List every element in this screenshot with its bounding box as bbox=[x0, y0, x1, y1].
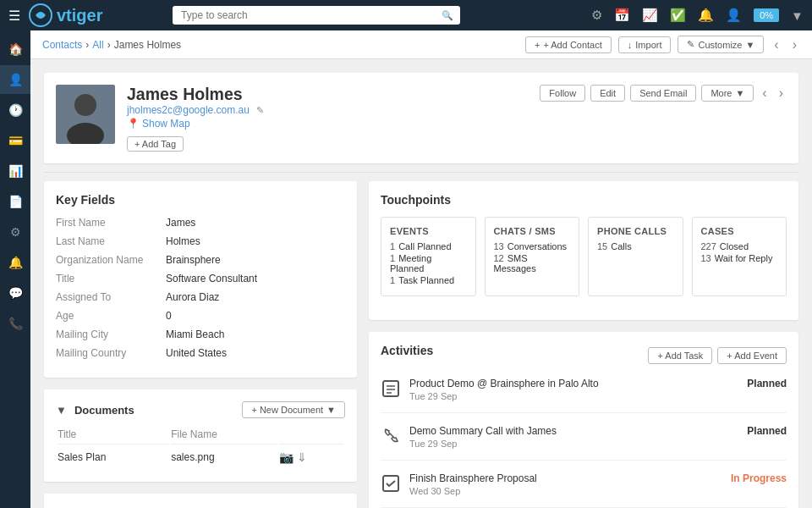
product-tab-icon[interactable]: 📦 bbox=[502, 172, 532, 173]
import-button[interactable]: ↓ Import bbox=[618, 36, 672, 53]
breadcrumb-contacts[interactable]: Contacts bbox=[42, 39, 82, 51]
tp-card-title: PHONE CALLS bbox=[597, 226, 674, 236]
activity-title[interactable]: Demo Summary Call with James bbox=[409, 425, 738, 437]
add-contact-button[interactable]: + + Add Contact bbox=[525, 36, 612, 53]
sidebar-item-notifications[interactable]: 🔔 bbox=[0, 248, 30, 277]
megaphone-tab-icon[interactable]: 📣 bbox=[562, 172, 593, 173]
field-row: Last NameHolmes bbox=[56, 235, 345, 247]
edit-button[interactable]: Edit bbox=[590, 85, 625, 102]
contact-header: James Holmes jholmes2c@google.com.au ✎ 📍… bbox=[44, 73, 798, 163]
doc-actions[interactable]: 📷 ⇓ bbox=[279, 446, 343, 468]
prev-record-button[interactable]: ‹ bbox=[759, 86, 770, 101]
calendar-tab-icon[interactable]: 📅 1 bbox=[386, 172, 416, 173]
breadcrumb-all[interactable]: All bbox=[92, 39, 103, 51]
contact-actions: Follow Edit Send Email More ▼ ‹ › bbox=[540, 85, 787, 102]
bell-icon[interactable]: 🔔 bbox=[698, 8, 714, 23]
touchpoint-card[interactable]: PHONE CALLS15Calls bbox=[588, 217, 683, 296]
documents-section: ▼ Documents + New Document ▼ Ti bbox=[44, 389, 357, 482]
field-label: First Name bbox=[56, 217, 166, 229]
doc-tab-icon[interactable]: 📄 1 bbox=[532, 172, 562, 173]
customize-icon: ✎ bbox=[687, 39, 694, 50]
tab-comments[interactable]: Comments 1 bbox=[269, 172, 365, 173]
edit-email-icon[interactable]: ✎ bbox=[256, 105, 264, 116]
activity-text: Demo Summary Call with James Tue 29 Sep bbox=[409, 425, 738, 449]
email-tab-icon[interactable]: ✉ 1 bbox=[416, 172, 441, 173]
search-input[interactable] bbox=[173, 6, 460, 25]
field-value: Brainsphere bbox=[166, 254, 221, 266]
field-row: Organization NameBrainsphere bbox=[56, 254, 345, 266]
hamburger-menu[interactable]: ☰ bbox=[8, 8, 20, 24]
tab-details[interactable]: Details bbox=[129, 172, 187, 173]
new-document-button[interactable]: + New Document ▼ bbox=[242, 401, 345, 418]
user-icon[interactable]: 👤 bbox=[726, 8, 742, 23]
twitter-icon[interactable]: 𝕣 bbox=[779, 172, 787, 173]
settings-icon[interactable]: ⚙ bbox=[591, 8, 602, 23]
show-map-link[interactable]: 📍 Show Map bbox=[127, 118, 264, 130]
add-event-button[interactable]: + Add Event bbox=[717, 347, 787, 364]
activity-date: Tue 29 Sep bbox=[409, 391, 738, 401]
sidebar-item-config[interactable]: ⚙ bbox=[0, 218, 30, 246]
sidebar-item-messages[interactable]: 💬 bbox=[0, 279, 30, 307]
touchpoint-card[interactable]: CASES227Closed13Wait for Reply bbox=[692, 217, 787, 296]
documents-title: ▼ Documents bbox=[56, 404, 134, 417]
tab-touchpoints[interactable]: Touchpoints bbox=[187, 172, 269, 173]
activity-text: Product Demo @ Brainsphere in Palo Alto … bbox=[409, 378, 738, 401]
calendar-icon[interactable]: 📅 bbox=[614, 8, 630, 23]
sidebar-item-activities[interactable]: 🕐 bbox=[0, 96, 30, 124]
activities-actions: + Add Task + Add Event bbox=[648, 347, 787, 364]
more-nav-icon[interactable]: ▼ bbox=[791, 8, 804, 23]
customize-button[interactable]: ✎ Customize ▼ bbox=[678, 36, 764, 53]
send-email-button[interactable]: Send Email bbox=[630, 85, 696, 102]
contact-tab-icon[interactable]: 👥 bbox=[441, 172, 471, 173]
tab-summary[interactable]: Summary bbox=[56, 172, 129, 173]
field-value: James bbox=[166, 217, 195, 229]
doc-col-actions bbox=[279, 428, 343, 444]
map-pin-icon: 📍 bbox=[127, 118, 140, 130]
quote-tab-icon[interactable]: 💬 bbox=[471, 172, 502, 173]
sidebar-item-phone[interactable]: 📞 bbox=[0, 309, 30, 338]
documents-header: ▼ Documents + New Document ▼ bbox=[56, 401, 345, 418]
collapse-icon[interactable]: ▼ bbox=[56, 404, 67, 417]
activity-title[interactable]: Finish Brainsphere Proposal bbox=[409, 472, 722, 484]
key-fields-section: Key Fields First NameJamesLast NameHolme… bbox=[44, 181, 357, 378]
sidebar-item-contacts[interactable]: 👤 bbox=[0, 65, 30, 94]
field-row: Age0 bbox=[56, 310, 345, 322]
field-label: Last Name bbox=[56, 235, 166, 247]
dollar-icon[interactable]: $ bbox=[365, 172, 386, 173]
field-row: Mailing CityMiami Beach bbox=[56, 329, 345, 340]
tp-item: 15Calls bbox=[597, 241, 674, 251]
tab-more[interactable]: More ▼ bbox=[593, 172, 656, 173]
sidebar-item-analytics[interactable]: 📊 bbox=[0, 157, 30, 185]
touchpoint-card[interactable]: EVENTS1Call Planned1Meeting Planned1Task… bbox=[381, 217, 476, 296]
activity-title[interactable]: Product Demo @ Brainsphere in Palo Alto bbox=[409, 378, 738, 389]
touchpoint-card[interactable]: CHATS / SMS13Conversations12SMS Messages bbox=[485, 217, 580, 296]
doc-col-title: Title bbox=[58, 428, 169, 444]
doc-title: Sales Plan bbox=[58, 446, 169, 468]
prev-contact-button[interactable]: ‹ bbox=[771, 37, 782, 52]
follow-button[interactable]: Follow bbox=[540, 85, 585, 102]
sidebar-item-deals[interactable]: 💳 bbox=[0, 126, 30, 155]
tasks-icon[interactable]: ✅ bbox=[670, 8, 686, 23]
tp-item: 13Wait for Reply bbox=[701, 253, 778, 263]
next-contact-button[interactable]: › bbox=[789, 37, 800, 52]
activities-header: Activities + Add Task + Add Event bbox=[381, 344, 787, 367]
activity-item: Demo Summary Call with James Tue 29 Sep … bbox=[381, 425, 787, 461]
touchpoints-section: Touchpoints EVENTS1Call Planned1Meeting … bbox=[369, 181, 798, 320]
field-label: Assigned To bbox=[56, 291, 166, 303]
sidebar-item-reports[interactable]: 📄 bbox=[0, 187, 30, 216]
doc-col-filename: File Name bbox=[171, 428, 277, 444]
chart-icon[interactable]: 📈 bbox=[642, 8, 658, 23]
next-record-button[interactable]: › bbox=[776, 86, 787, 101]
doc-filename: sales.png bbox=[171, 446, 277, 468]
tp-item: 12SMS Messages bbox=[494, 253, 571, 273]
add-task-button[interactable]: + Add Task bbox=[648, 347, 712, 364]
activity-item: Product Demo @ Brainsphere in Palo Alto … bbox=[381, 378, 787, 413]
activity-icon-call bbox=[381, 427, 401, 450]
sidebar-item-home[interactable]: 🏠 bbox=[0, 35, 30, 64]
breadcrumb-bar: Contacts › All › James Holmes + + Add Co… bbox=[30, 30, 812, 59]
more-button[interactable]: More ▼ bbox=[701, 85, 754, 102]
sidebar: 🏠 👤 🕐 💳 📊 📄 ⚙ 🔔 💬 📞 bbox=[0, 30, 30, 508]
add-tag-button[interactable]: + Add Tag bbox=[127, 136, 184, 152]
contact-content: James Holmes jholmes2c@google.com.au ✎ 📍… bbox=[30, 59, 812, 508]
comments-badge: 1 bbox=[340, 172, 354, 173]
